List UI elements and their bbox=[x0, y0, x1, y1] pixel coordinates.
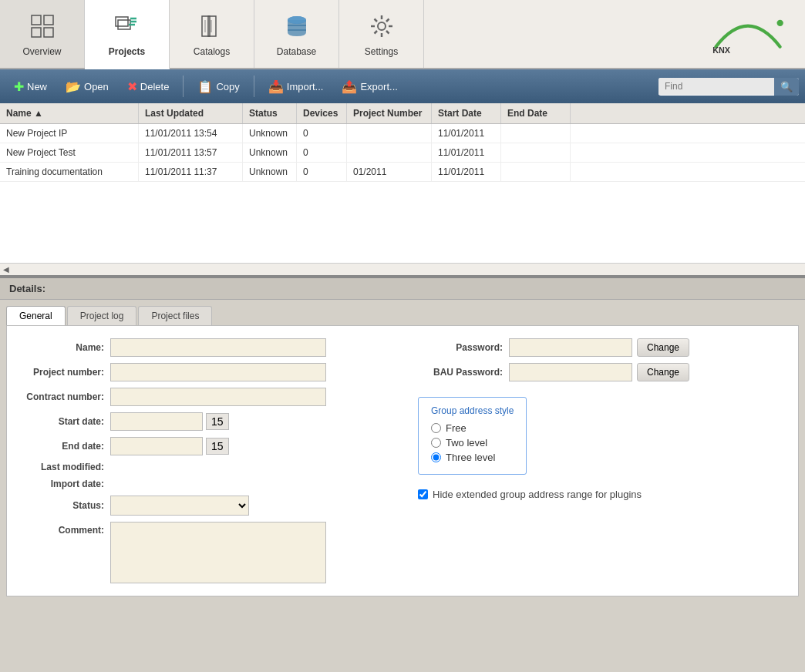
new-button[interactable]: ✚ New bbox=[6, 76, 55, 97]
svg-rect-3 bbox=[44, 28, 53, 37]
nav-catalogs-label: Catalogs bbox=[194, 46, 230, 57]
end-date-input[interactable] bbox=[110, 437, 203, 455]
start-date-calendar-button[interactable]: 15 bbox=[206, 413, 229, 430]
last-modified-label: Last modified: bbox=[19, 462, 104, 472]
nav-database[interactable]: Database bbox=[254, 0, 339, 68]
cell-projnum bbox=[347, 143, 432, 162]
cell-enddate bbox=[501, 163, 571, 181]
form-grid: Name: Project number: Contract number: S… bbox=[19, 338, 786, 583]
col-header-start-date[interactable]: Start Date bbox=[432, 103, 501, 123]
end-date-field: 15 bbox=[110, 437, 229, 455]
svg-line-20 bbox=[386, 31, 389, 34]
project-number-input[interactable] bbox=[110, 363, 326, 381]
cell-startdate: 11/01/2011 bbox=[432, 143, 501, 162]
table-body: New Project IP 11/01/2011 13:54 Unknown … bbox=[0, 124, 805, 263]
comment-textarea[interactable] bbox=[110, 522, 326, 583]
cell-projnum bbox=[347, 124, 432, 143]
status-select[interactable]: Unknown Tested Approved bbox=[110, 496, 249, 516]
end-date-calendar-button[interactable]: 15 bbox=[206, 438, 229, 455]
col-header-devices[interactable]: Devices bbox=[297, 103, 347, 123]
gas-two-level-radio[interactable] bbox=[431, 438, 441, 448]
scroll-left-arrow[interactable]: ◀ bbox=[3, 265, 9, 274]
tabs-container: General Project log Project files bbox=[0, 300, 805, 325]
scroll-indicator: ◀ bbox=[0, 263, 805, 275]
nav-projects[interactable]: Projects bbox=[85, 0, 170, 69]
nav-overview[interactable]: Overview bbox=[0, 0, 85, 68]
project-number-row: Project number: bbox=[19, 363, 387, 381]
export-button[interactable]: 📤 Export... bbox=[334, 76, 405, 97]
start-date-row: Start date: 15 bbox=[19, 412, 387, 431]
delete-button[interactable]: ✖ Delete bbox=[120, 76, 177, 97]
table-row[interactable]: New Project Test 11/01/2011 13:57 Unknow… bbox=[0, 143, 805, 163]
password-field: Change bbox=[509, 338, 689, 357]
svg-line-21 bbox=[386, 19, 389, 22]
nav-settings-label: Settings bbox=[365, 46, 398, 57]
col-header-status[interactable]: Status bbox=[243, 103, 297, 123]
tab-content-general: Name: Project number: Contract number: S… bbox=[6, 325, 799, 596]
status-label: Status: bbox=[19, 500, 104, 511]
projects-icon bbox=[112, 11, 143, 42]
import-button[interactable]: 📥 Import... bbox=[261, 76, 332, 97]
cell-updated: 11/01/2011 13:57 bbox=[139, 143, 243, 162]
table-empty-area bbox=[0, 182, 805, 259]
col-header-last-updated[interactable]: Last Updated bbox=[139, 103, 243, 123]
contract-number-input[interactable] bbox=[110, 388, 326, 406]
find-container: 🔍 bbox=[658, 78, 799, 96]
table-header: Name ▲ Last Updated Status Devices Proje… bbox=[0, 103, 805, 124]
gas-free-row: Free bbox=[431, 422, 514, 434]
end-date-row: End date: 15 bbox=[19, 437, 387, 455]
table-row[interactable]: Training documentation 11/01/2011 11:37 … bbox=[0, 163, 805, 182]
copy-icon: 📋 bbox=[197, 79, 213, 94]
tab-project-log[interactable]: Project log bbox=[67, 306, 137, 325]
gas-three-level-row: Three level bbox=[431, 452, 514, 463]
comment-row: Comment: bbox=[19, 522, 387, 583]
name-input[interactable] bbox=[110, 338, 326, 357]
projects-table: Name ▲ Last Updated Status Devices Proje… bbox=[0, 103, 805, 277]
overview-icon bbox=[27, 11, 58, 42]
gas-free-radio[interactable] bbox=[431, 423, 441, 433]
start-date-input[interactable] bbox=[110, 412, 203, 431]
cell-startdate: 11/01/2011 bbox=[432, 163, 501, 181]
open-button[interactable]: 📂 Open bbox=[58, 76, 116, 97]
cell-enddate bbox=[501, 124, 571, 143]
password-input[interactable] bbox=[509, 338, 632, 357]
form-right: Password: Change BAU Password: Change bbox=[418, 338, 786, 583]
hide-extended-checkbox[interactable] bbox=[418, 489, 428, 499]
hide-extended-row: Hide extended group address range for pl… bbox=[418, 489, 786, 500]
table-row[interactable]: New Project IP 11/01/2011 13:54 Unknown … bbox=[0, 124, 805, 143]
tab-project-files[interactable]: Project files bbox=[138, 306, 212, 325]
svg-line-19 bbox=[374, 19, 377, 22]
col-header-end-date[interactable]: End Date bbox=[501, 103, 571, 123]
find-button[interactable]: 🔍 bbox=[774, 78, 799, 96]
copy-button[interactable]: 📋 Copy bbox=[190, 76, 247, 97]
knx-logo: KNX bbox=[691, 0, 805, 68]
bau-password-input[interactable] bbox=[509, 363, 632, 381]
find-input[interactable] bbox=[658, 78, 774, 95]
name-label: Name: bbox=[19, 342, 104, 353]
last-modified-row: Last modified: bbox=[19, 462, 387, 472]
nav-settings[interactable]: Settings bbox=[339, 0, 424, 68]
name-row: Name: bbox=[19, 338, 387, 357]
bau-password-field: Change bbox=[509, 363, 689, 381]
col-header-project-number[interactable]: Project Number bbox=[347, 103, 432, 123]
cell-devices: 0 bbox=[297, 143, 347, 162]
cell-projnum: 01/2011 bbox=[347, 163, 432, 181]
new-icon: ✚ bbox=[14, 79, 24, 94]
import-icon: 📥 bbox=[268, 79, 284, 94]
start-date-label: Start date: bbox=[19, 416, 104, 427]
hide-extended-label: Hide extended group address range for pl… bbox=[433, 489, 642, 500]
toolbar: ✚ New 📂 Open ✖ Delete 📋 Copy 📥 Import...… bbox=[0, 69, 805, 103]
start-date-field: 15 bbox=[110, 412, 229, 431]
tab-general[interactable]: General bbox=[6, 306, 66, 325]
cell-status: Unknown bbox=[243, 124, 297, 143]
gas-three-level-label: Three level bbox=[446, 452, 495, 463]
change-password-button[interactable]: Change bbox=[637, 338, 689, 357]
change-bau-password-button[interactable]: Change bbox=[637, 363, 689, 381]
svg-rect-0 bbox=[32, 15, 41, 25]
gas-three-level-radio[interactable] bbox=[431, 452, 441, 462]
nav-catalogs[interactable]: Catalogs bbox=[170, 0, 254, 68]
cell-updated: 11/01/2011 11:37 bbox=[139, 163, 243, 181]
import-date-row: Import date: bbox=[19, 479, 387, 489]
col-header-name[interactable]: Name ▲ bbox=[0, 103, 139, 123]
bau-password-row: BAU Password: Change bbox=[418, 363, 786, 381]
